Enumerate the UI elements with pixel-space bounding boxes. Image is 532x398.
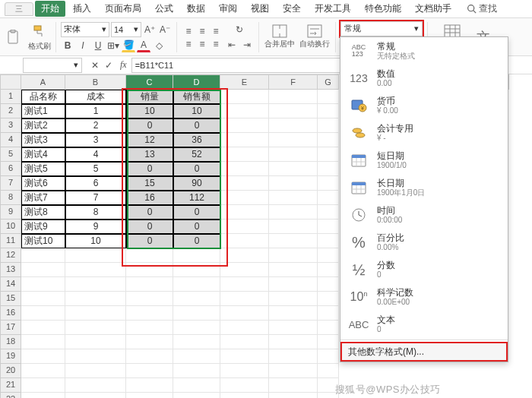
row-header[interactable]: 2 bbox=[0, 104, 21, 118]
orientation-icon[interactable]: ↻ bbox=[233, 23, 246, 36]
cell[interactable]: 10 bbox=[65, 234, 126, 248]
number-format-option[interactable]: ½分数0 bbox=[340, 256, 508, 283]
cell[interactable] bbox=[318, 277, 339, 292]
cell[interactable] bbox=[65, 335, 126, 349]
row-header[interactable]: 11 bbox=[0, 234, 21, 248]
cell[interactable] bbox=[21, 393, 65, 398]
tab-review[interactable]: 审阅 bbox=[213, 1, 243, 17]
fx-icon[interactable]: fx bbox=[120, 59, 127, 71]
cell[interactable] bbox=[220, 234, 269, 248]
cell[interactable]: 1 bbox=[65, 104, 126, 118]
cell[interactable] bbox=[318, 162, 339, 176]
tab-insert[interactable]: 插入 bbox=[67, 1, 97, 17]
cell[interactable] bbox=[269, 393, 318, 398]
row-header[interactable]: 20 bbox=[0, 364, 21, 378]
cell[interactable] bbox=[126, 349, 173, 364]
confirm-formula-icon[interactable]: ✓ bbox=[102, 58, 116, 72]
cell[interactable]: 销售额 bbox=[173, 90, 220, 104]
row-header[interactable]: 15 bbox=[0, 292, 21, 306]
number-format-option[interactable]: 时间0:00:00 bbox=[340, 201, 508, 229]
bold-icon[interactable]: B bbox=[61, 39, 74, 52]
cell[interactable] bbox=[269, 263, 318, 277]
cell[interactable] bbox=[173, 378, 220, 393]
row-header[interactable]: 8 bbox=[0, 191, 21, 205]
cell[interactable] bbox=[318, 263, 339, 277]
cell[interactable]: 测试5 bbox=[21, 162, 65, 176]
cell[interactable] bbox=[269, 349, 318, 364]
cell[interactable] bbox=[21, 321, 65, 335]
cell[interactable] bbox=[269, 104, 318, 118]
row-header[interactable]: 3 bbox=[0, 118, 21, 133]
cell[interactable] bbox=[65, 248, 126, 263]
cell[interactable] bbox=[318, 321, 339, 335]
cell[interactable] bbox=[318, 364, 339, 378]
cell[interactable] bbox=[220, 205, 269, 220]
cell[interactable]: 7 bbox=[65, 191, 126, 205]
cell[interactable]: 6 bbox=[65, 176, 126, 191]
cell[interactable] bbox=[269, 292, 318, 306]
row-header[interactable]: 10 bbox=[0, 220, 21, 234]
cell[interactable] bbox=[21, 364, 65, 378]
cell[interactable] bbox=[220, 133, 269, 147]
cell[interactable] bbox=[126, 321, 173, 335]
cell[interactable] bbox=[318, 292, 339, 306]
row-header[interactable]: 4 bbox=[0, 133, 21, 147]
cell[interactable] bbox=[173, 321, 220, 335]
cell[interactable] bbox=[269, 90, 318, 104]
cell[interactable]: 0 bbox=[173, 234, 220, 248]
cell[interactable] bbox=[269, 162, 318, 176]
increase-indent-icon[interactable]: ⇥ bbox=[240, 38, 254, 52]
cell[interactable] bbox=[220, 104, 269, 118]
cell[interactable]: 9 bbox=[65, 220, 126, 234]
cell[interactable] bbox=[318, 118, 339, 133]
cell[interactable]: 0 bbox=[173, 162, 220, 176]
cell[interactable]: 112 bbox=[173, 191, 220, 205]
cell[interactable] bbox=[269, 248, 318, 263]
row-header[interactable]: 19 bbox=[0, 349, 21, 364]
cell[interactable] bbox=[126, 248, 173, 263]
col-header-F[interactable]: F bbox=[269, 74, 318, 90]
cell[interactable] bbox=[21, 248, 65, 263]
cell[interactable]: 13 bbox=[126, 147, 173, 162]
cell[interactable] bbox=[21, 263, 65, 277]
cell[interactable]: 0 bbox=[173, 118, 220, 133]
row-header[interactable]: 1 bbox=[0, 90, 21, 104]
cell[interactable] bbox=[269, 191, 318, 205]
cell[interactable] bbox=[269, 277, 318, 292]
cell[interactable] bbox=[220, 147, 269, 162]
col-header-G[interactable]: G bbox=[318, 74, 339, 90]
clear-format-icon[interactable]: ◇ bbox=[152, 39, 166, 52]
tab-page-layout[interactable]: 页面布局 bbox=[99, 1, 147, 17]
row-header[interactable]: 6 bbox=[0, 162, 21, 176]
number-format-option[interactable]: 长日期1900年1月0日 bbox=[340, 174, 508, 201]
cell[interactable] bbox=[318, 104, 339, 118]
cell[interactable]: 0 bbox=[126, 162, 173, 176]
cell[interactable] bbox=[269, 364, 318, 378]
row-header[interactable]: 13 bbox=[0, 263, 21, 277]
cell[interactable]: 0 bbox=[173, 205, 220, 220]
cell[interactable] bbox=[220, 378, 269, 393]
cell[interactable] bbox=[65, 263, 126, 277]
cell[interactable] bbox=[269, 147, 318, 162]
cell[interactable] bbox=[65, 277, 126, 292]
cell[interactable] bbox=[21, 306, 65, 321]
cell[interactable] bbox=[65, 292, 126, 306]
cell[interactable] bbox=[269, 176, 318, 191]
align-right-icon[interactable]: ≡ bbox=[209, 37, 223, 51]
cell[interactable]: 36 bbox=[173, 133, 220, 147]
cell[interactable] bbox=[318, 306, 339, 321]
number-format-option[interactable]: 会计专用¥ - bbox=[340, 119, 508, 147]
row-header[interactable]: 14 bbox=[0, 277, 21, 292]
cell[interactable] bbox=[173, 263, 220, 277]
cell[interactable]: 测试7 bbox=[21, 191, 65, 205]
cell[interactable]: 测试10 bbox=[21, 234, 65, 248]
font-size-select[interactable]: 14▾ bbox=[111, 22, 141, 37]
cell[interactable] bbox=[173, 277, 220, 292]
cell[interactable] bbox=[21, 335, 65, 349]
cell[interactable] bbox=[318, 234, 339, 248]
tab-doc-assist[interactable]: 文档助手 bbox=[409, 1, 458, 17]
col-header-C[interactable]: C bbox=[126, 74, 173, 90]
auto-wrap-button[interactable]: 自动换行 bbox=[299, 21, 331, 54]
cell[interactable]: 测试8 bbox=[21, 205, 65, 220]
formula-input[interactable]: =B11*C11 bbox=[131, 58, 359, 73]
